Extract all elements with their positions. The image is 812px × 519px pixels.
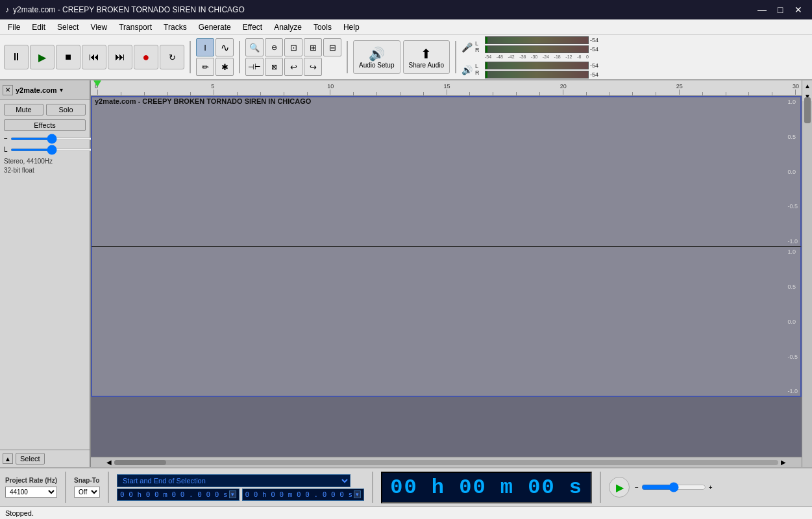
- fit-project-button[interactable]: ⊡: [284, 38, 302, 56]
- multi-tool-button[interactable]: ✱: [215, 58, 234, 76]
- trim-audio-icon: ⊣⊢: [248, 63, 261, 71]
- menu-file[interactable]: File: [3, 21, 25, 33]
- selection-start-container: 0 0 h 0 0 m 0 0 . 0 0 0 s ▾: [117, 489, 240, 501]
- snap-to-select[interactable]: Off On: [74, 487, 100, 498]
- track-controls: Mute Solo Effects − + L R Stereo, 44100H…: [0, 100, 90, 450]
- playback-level-mask-r: [487, 71, 588, 78]
- close-button[interactable]: ✕: [790, 3, 807, 17]
- gain-slider[interactable]: [10, 138, 94, 140]
- share-audio-button[interactable]: ⬆ Share Audio: [403, 40, 450, 74]
- tool-row-2: ✏ ✱: [196, 58, 234, 76]
- collapse-icon: ▲: [5, 455, 11, 463]
- stop-icon: ■: [65, 51, 71, 63]
- bottom-play-button[interactable]: ▶: [609, 477, 630, 498]
- menu-edit[interactable]: Edit: [27, 21, 51, 33]
- scroll-up-arrow[interactable]: ▲: [802, 80, 812, 91]
- zoom-out-button[interactable]: ⊖: [265, 38, 283, 56]
- menu-bar: File Edit Select View Transport Tracks G…: [0, 19, 812, 35]
- draw-tool-button[interactable]: ✏: [196, 58, 214, 76]
- stop-button[interactable]: ■: [56, 45, 80, 69]
- menu-analyze[interactable]: Analyze: [269, 21, 307, 33]
- h-scrollbar-track[interactable]: [114, 460, 778, 465]
- separator-1: [190, 41, 191, 73]
- draw-tool-icon: ✏: [202, 62, 209, 72]
- play-button[interactable]: ▶: [30, 45, 55, 69]
- tool-row-1: I ∿: [196, 38, 234, 56]
- selection-start-spinner[interactable]: ▾: [229, 490, 236, 498]
- ruler-content: 051015202530: [91, 80, 802, 95]
- skip-end-button[interactable]: ⏭: [108, 45, 132, 69]
- record-meter-scale: -54: [485, 36, 603, 44]
- minimize-button[interactable]: —: [754, 3, 770, 17]
- maximize-button[interactable]: □: [772, 3, 789, 17]
- outer-workspace: ✕ y2mate.com ▾ Mute Solo Effects − + L R: [0, 80, 812, 467]
- silence-audio-button[interactable]: ⊠: [265, 58, 283, 76]
- selection-end-spinner[interactable]: ▾: [354, 490, 361, 498]
- fit-height-button[interactable]: ⊞: [304, 38, 322, 56]
- track-info: Stereo, 44100Hz 32-bit float: [4, 157, 86, 175]
- v-scrollbar-thumb[interactable]: [804, 97, 811, 123]
- skip-start-button[interactable]: ⏮: [82, 45, 106, 69]
- track-name-label: y2mate.com: [16, 86, 57, 94]
- waveform-container[interactable]: y2mate.com - CREEPY BROKEN TORNADO SIREN…: [91, 96, 802, 457]
- h-scrollbar-thumb[interactable]: [114, 460, 166, 465]
- redo-button[interactable]: ↪: [304, 58, 322, 76]
- silence-audio-icon: ⊠: [271, 63, 277, 71]
- meter-scale-numbers: -54-48-42-36-30-24-18-12-60: [485, 54, 589, 59]
- undo-button[interactable]: ↩: [284, 58, 302, 76]
- mic-icon: 🎤: [461, 42, 473, 53]
- scroll-right-arrow[interactable]: ▶: [778, 459, 789, 466]
- record-meter-row: 🎤 LR -54 -54 -54-48-42-36-30-24-18-12-60: [461, 36, 603, 59]
- loop-button[interactable]: ↻: [160, 45, 184, 69]
- zoom-selection-button[interactable]: ⊟: [323, 38, 341, 56]
- audio-setup-button[interactable]: 🔊 Audio Setup: [353, 40, 400, 74]
- playback-meter-row: 🔊 LR -54 -54: [461, 62, 603, 78]
- track-close-button[interactable]: ✕: [3, 85, 13, 95]
- audio-setup-label: Audio Setup: [359, 62, 395, 69]
- record-button[interactable]: ●: [134, 45, 158, 69]
- trim-audio-button[interactable]: ⊣⊢: [245, 58, 264, 76]
- solo-button[interactable]: Solo: [46, 104, 86, 115]
- selection-type-dropdown[interactable]: Start and End of Selection Start and Len…: [117, 474, 351, 487]
- selection-tool-button[interactable]: I: [196, 38, 214, 56]
- gain-row: − +: [4, 135, 86, 142]
- title-bar-controls: — □ ✕: [754, 3, 807, 17]
- track-collapse-button[interactable]: ▲: [3, 453, 13, 464]
- select-button[interactable]: Select: [16, 453, 45, 465]
- separator-2: [239, 41, 240, 73]
- menu-help[interactable]: Help: [338, 21, 365, 33]
- mute-button[interactable]: Mute: [4, 104, 43, 115]
- record-meter-scale-r: -54: [485, 45, 603, 53]
- record-db-label-r: -54: [590, 46, 603, 53]
- record-icon: ●: [143, 51, 150, 64]
- scroll-left-arrow[interactable]: ◀: [104, 459, 114, 466]
- toolbar: ⏸ ▶ ■ ⏮ ⏭ ● ↻ I ∿: [0, 35, 812, 80]
- app-icon: ♪: [5, 5, 9, 14]
- menu-select[interactable]: Select: [52, 21, 84, 33]
- pan-l-label: L: [4, 146, 8, 153]
- pan-slider[interactable]: [10, 149, 94, 151]
- zoom-in-button[interactable]: 🔍: [245, 38, 264, 56]
- pause-button[interactable]: ⏸: [4, 45, 29, 69]
- playback-level-mask-l: [487, 62, 588, 69]
- menu-tools[interactable]: Tools: [308, 21, 337, 33]
- menu-view[interactable]: View: [85, 21, 112, 33]
- menu-generate[interactable]: Generate: [193, 21, 236, 33]
- track-close-icon: ✕: [5, 86, 10, 93]
- menu-transport[interactable]: Transport: [114, 21, 157, 33]
- waveform-canvas-bottom: [92, 247, 800, 396]
- bottom-channel-waveform: 1.0 0.5 0.0 -0.5 -1.0: [91, 247, 802, 397]
- selection-end-value: 0 0 h 0 0 m 0 0 . 0 0 0 s: [245, 490, 353, 499]
- effects-button[interactable]: Effects: [4, 119, 86, 131]
- menu-tracks[interactable]: Tracks: [158, 21, 192, 33]
- empty-track-area: [91, 397, 802, 457]
- track-dropdown-icon[interactable]: ▾: [60, 86, 63, 93]
- speed-slider[interactable]: [641, 482, 706, 492]
- project-rate-select[interactable]: 44100 48000 96000: [5, 487, 57, 498]
- envelope-tool-button[interactable]: ∿: [215, 38, 234, 56]
- share-audio-label: Share Audio: [409, 62, 445, 69]
- audio-setup-icon: 🔊: [369, 46, 385, 62]
- bottom-sep-1: [65, 472, 66, 503]
- title-bar-left: ♪ y2mate.com - CREEPY BROKEN TORNADO SIR…: [5, 5, 245, 14]
- menu-effect[interactable]: Effect: [238, 21, 267, 33]
